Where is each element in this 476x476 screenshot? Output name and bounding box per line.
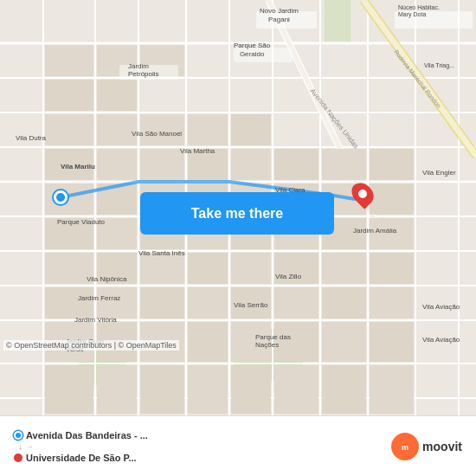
svg-rect-38 [231,114,271,145]
moovit-logo-icon: m [391,433,419,460]
moovit-icon-svg: m [396,438,414,455]
svg-rect-82 [188,322,228,362]
svg-rect-39 [45,149,93,180]
svg-rect-71 [45,287,93,318]
svg-rect-36 [140,114,184,145]
svg-rect-45 [322,149,366,180]
svg-rect-46 [370,149,414,180]
svg-rect-78 [370,287,414,318]
route-to-container: Universidade De São P... [14,453,148,463]
svg-rect-54 [370,183,414,215]
svg-rect-84 [274,322,318,362]
svg-rect-85 [322,322,366,362]
route-info: Avenida Das Bandeiras - ... ↓ → Universi… [14,430,148,463]
svg-rect-74 [188,287,228,318]
svg-rect-47 [45,183,93,215]
svg-rect-62 [370,218,414,249]
destination-dot [14,453,23,462]
svg-rect-73 [140,287,184,318]
svg-rect-41 [140,149,184,180]
svg-rect-37 [188,114,228,145]
route-arrow: → [26,442,34,451]
route-to-label: Universidade De São P... [26,453,137,463]
svg-rect-44 [274,149,318,180]
svg-rect-98 [119,65,178,80]
svg-rect-92 [274,365,318,414]
svg-rect-64 [97,253,137,284]
origin-dot [14,431,23,440]
svg-rect-33 [97,80,137,111]
svg-rect-69 [322,253,366,284]
svg-rect-94 [370,365,414,414]
svg-rect-97 [234,48,293,62]
svg-rect-70 [370,253,414,284]
svg-rect-42 [188,149,228,180]
svg-rect-87 [45,365,93,414]
svg-rect-65 [140,253,184,284]
svg-rect-35 [97,114,137,145]
destination-marker [353,182,372,206]
svg-rect-34 [45,114,93,145]
svg-rect-95 [256,11,317,29]
svg-rect-89 [140,365,184,414]
svg-rect-32 [45,80,93,111]
svg-rect-29 [45,45,93,76]
map-container: Avenida Nações Unidas Rodovia Marechal R… [0,0,476,415]
svg-rect-96 [395,11,473,29]
map-attribution: © OpenStreetMap contributors | © OpenMap… [3,340,179,351]
moovit-logo-text: moovit [422,440,462,453]
svg-rect-68 [274,253,318,284]
route-arrow-icon: ↓ [18,442,23,451]
moovit-logo: m moovit [391,433,462,460]
svg-rect-88 [97,365,137,414]
take-me-there-button[interactable]: Take me there [140,192,334,235]
svg-rect-66 [188,253,228,284]
svg-rect-72 [97,287,137,318]
svg-rect-93 [322,365,366,414]
svg-rect-83 [231,322,271,362]
osm-attribution: © OpenStreetMap contributors | © OpenMap… [6,341,177,350]
svg-rect-86 [370,322,414,362]
svg-rect-55 [45,218,93,249]
svg-rect-67 [231,253,271,284]
svg-rect-76 [274,287,318,318]
route-from-container: Avenida Das Bandeiras - ... [14,430,148,441]
svg-rect-90 [188,365,228,414]
svg-text:m: m [402,443,408,452]
route-arrow-container: ↓ → [14,442,148,451]
svg-rect-63 [45,253,93,284]
svg-rect-75 [231,287,271,318]
route-from-label: Avenida Das Bandeiras - ... [26,430,148,441]
svg-rect-3 [325,0,351,43]
user-location-marker [54,190,68,204]
svg-rect-43 [231,149,271,180]
svg-rect-56 [97,218,137,249]
bottom-bar: Avenida Das Bandeiras - ... ↓ → Universi… [0,415,476,476]
svg-rect-91 [231,365,271,414]
svg-rect-77 [322,287,366,318]
svg-rect-40 [97,149,137,180]
